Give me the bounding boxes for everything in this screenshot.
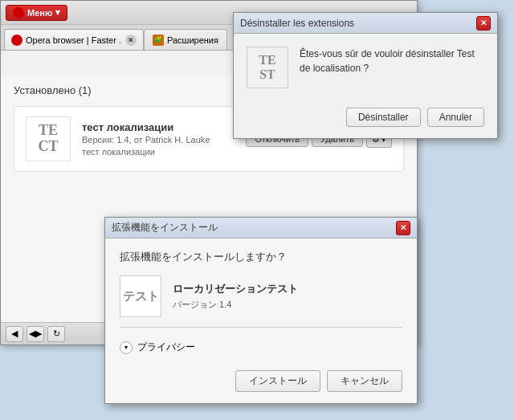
tab-opera-icon (11, 35, 22, 46)
back-button[interactable]: ◀ (6, 326, 23, 342)
install-titlebar: 拡張機能をインストール ✕ (105, 218, 417, 239)
install-ext-version: バージョン 1.4 (173, 299, 298, 311)
forward-button[interactable]: ◀▶ (27, 326, 44, 342)
extensions-tab-icon: 🧩 (153, 35, 164, 46)
tab-extensions[interactable]: 🧩 Расширения (144, 29, 227, 50)
desinstaller-title: Désinstaller les extensions (240, 18, 354, 29)
desinstaller-body: TE ST Êtes-vous sûr de vouloir désinstal… (234, 34, 497, 101)
desinstaller-ext-logo: TE ST (247, 47, 288, 88)
extension-logo: ТЕ СТ (26, 116, 71, 161)
install-footer: インストール キャンセル (105, 362, 417, 403)
tab-close-icon[interactable]: ✕ (125, 35, 137, 46)
install-ext-logo: テスト (120, 275, 161, 317)
tab-browser[interactable]: Opera browser | Faster ... ✕ (4, 29, 144, 50)
menu-dropdown-icon: ▾ (55, 7, 60, 18)
extension-name: тест локализации (82, 121, 235, 133)
extension-info: тест локализации Версия: 1.4, от Patrick… (82, 121, 235, 157)
desinstaller-confirm-button[interactable]: Désinstaller (346, 108, 421, 127)
desinstaller-close-button[interactable]: ✕ (476, 16, 491, 31)
install-title: 拡張機能をインストール (112, 221, 218, 234)
install-ext-name: ローカリゼーションテスト (173, 282, 298, 296)
desinstaller-titlebar: Désinstaller les extensions ✕ (234, 13, 497, 34)
desinstaller-dialog: Désinstaller les extensions ✕ TE ST Êtes… (233, 12, 498, 139)
install-cancel-button[interactable]: キャンセル (327, 370, 402, 392)
extension-description: тест локализации (82, 147, 235, 157)
install-body: 拡張機能をインストールしますか？ テスト ローカリゼーションテスト バージョン … (105, 239, 417, 362)
install-ext-details: ローカリゼーションテスト バージョン 1.4 (173, 282, 298, 311)
install-close-button[interactable]: ✕ (396, 221, 410, 235)
install-ext-row: テスト ローカリゼーションテスト バージョン 1.4 (120, 275, 402, 317)
install-privacy-row: ▾ プライバシー (120, 336, 402, 362)
opera-menu-button[interactable]: Меню ▾ (6, 5, 67, 21)
install-button[interactable]: インストール (235, 370, 320, 392)
install-question: 拡張機能をインストールしますか？ (120, 250, 402, 264)
install-extension-dialog: 拡張機能をインストール ✕ 拡張機能をインストールしますか？ テスト ローカリゼ… (104, 217, 418, 404)
desinstaller-cancel-button[interactable]: Annuler (427, 108, 484, 127)
desinstaller-message: Êtes-vous sûr de vouloir désinstaller Te… (300, 47, 484, 75)
opera-logo-icon (13, 7, 24, 18)
desinstaller-logo-line2: ST (259, 67, 275, 82)
extension-logo-text: ТЕ СТ (38, 123, 58, 155)
desinstaller-logo-line1: TE (259, 53, 275, 67)
install-separator (120, 327, 402, 328)
menu-label: Меню (27, 8, 52, 18)
tab-browser-label: Opera browser | Faster ... (26, 35, 122, 45)
privacy-chevron-icon[interactable]: ▾ (120, 341, 133, 354)
install-logo-text: テスト (123, 289, 159, 304)
reload-button[interactable]: ↻ (47, 326, 65, 342)
extension-version: Версия: 1.4, от Patrick H. Lauke (82, 135, 235, 145)
desinstaller-footer: Désinstaller Annuler (234, 101, 497, 138)
privacy-label: プライバシー (137, 340, 195, 354)
tab-extensions-label: Расширения (167, 35, 218, 45)
